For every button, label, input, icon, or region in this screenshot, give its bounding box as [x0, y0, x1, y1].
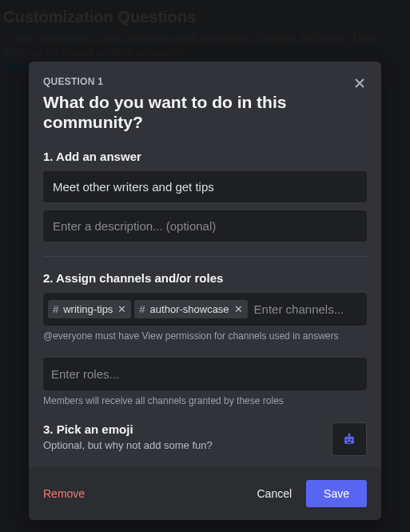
roles-helper: Members will receive all channels grante… — [43, 395, 367, 408]
channels-helper: @everyone must have View permission for … — [43, 330, 367, 343]
svg-point-2 — [346, 438, 348, 440]
answer-input[interactable] — [43, 171, 367, 202]
chip-remove-icon[interactable]: ✕ — [234, 304, 243, 314]
svg-rect-1 — [348, 433, 351, 436]
svg-rect-4 — [348, 442, 352, 442]
channels-input[interactable]: # writing-tips ✕ # author-showcase ✕ — [43, 293, 367, 326]
question-title: What do you want to do in this community… — [43, 92, 367, 132]
cancel-button[interactable]: Cancel — [242, 480, 306, 507]
channel-chip[interactable]: # author-showcase ✕ — [134, 300, 247, 318]
description-input[interactable] — [43, 210, 367, 242]
divider — [43, 256, 367, 257]
step1-label: 1. Add an answer — [43, 150, 367, 163]
roles-input[interactable] — [43, 358, 367, 390]
hash-icon: # — [139, 303, 145, 315]
hash-icon: # — [53, 303, 58, 315]
step3-label: 3. Pick an emoji — [43, 422, 213, 436]
close-button[interactable] — [349, 73, 370, 94]
channels-text-input[interactable] — [251, 298, 362, 321]
step3-subtitle: Optional, but why not add some fun? — [43, 439, 213, 451]
svg-point-3 — [350, 438, 352, 440]
save-button[interactable]: Save — [306, 480, 367, 507]
modal-footer: Remove Cancel Save — [29, 467, 381, 520]
emoji-picker-button[interactable] — [332, 422, 367, 456]
chip-remove-icon[interactable]: ✕ — [117, 304, 126, 314]
question-modal: QUESTION 1 What do you want to do in thi… — [29, 62, 381, 520]
step2-label: 2. Assign channels and/or roles — [43, 271, 367, 285]
remove-button[interactable]: Remove — [43, 480, 99, 507]
channel-chip-label: author-showcase — [150, 303, 229, 315]
emoji-robot-icon — [341, 431, 357, 447]
close-icon — [352, 75, 368, 91]
channel-chip-label: writing-tips — [63, 303, 113, 315]
question-number: QUESTION 1 — [43, 76, 367, 87]
channel-chip[interactable]: # writing-tips ✕ — [48, 300, 131, 318]
roles-text-input[interactable] — [48, 362, 362, 386]
